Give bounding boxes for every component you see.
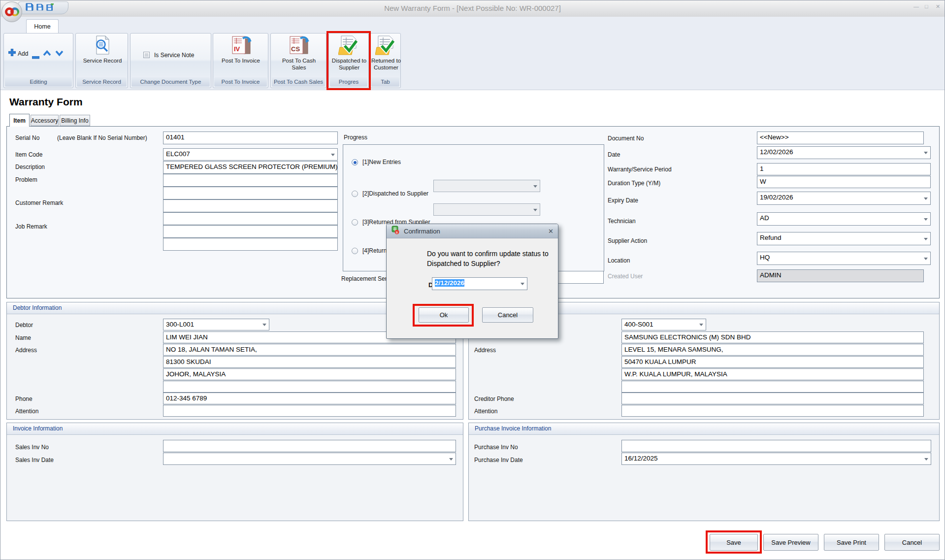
dispatched-to-supplier-button[interactable]: Dispatched to Supplier bbox=[330, 57, 368, 71]
progress-title: Progress bbox=[344, 134, 367, 141]
post-to-cash-sales-button[interactable]: Post To Cash Sales bbox=[279, 57, 319, 71]
chevron-down-icon[interactable] bbox=[924, 258, 928, 260]
technician-combo[interactable]: AD bbox=[757, 212, 931, 226]
chevron-down-icon[interactable] bbox=[331, 154, 335, 156]
tab-accessory[interactable]: Accessory bbox=[31, 115, 59, 126]
save-button[interactable]: Save bbox=[710, 534, 758, 551]
dialog-close-icon[interactable]: ✕ bbox=[548, 228, 554, 235]
job-remark-input-1[interactable] bbox=[163, 225, 338, 238]
serial-no-input[interactable]: 01401 bbox=[163, 132, 338, 144]
save-preview-button[interactable]: Save Preview bbox=[763, 534, 818, 551]
move-down-icon[interactable] bbox=[55, 50, 64, 59]
debtor-address-input-4[interactable] bbox=[163, 381, 456, 393]
creditor-address-input-2[interactable]: 50470 KUALA LUMPUR bbox=[621, 356, 924, 368]
problem-input-1[interactable] bbox=[163, 174, 338, 187]
radio-dispatched-to-supplier[interactable] bbox=[352, 191, 358, 197]
supplier-action-value: Refund bbox=[760, 234, 782, 241]
chevron-down-icon[interactable] bbox=[924, 458, 928, 461]
creditor-name-input[interactable]: SAMSUNG ELECTRONICS (M) SDN BHD bbox=[621, 331, 924, 343]
date-combo[interactable]: 12/02/2026 bbox=[757, 146, 931, 159]
service-record-button[interactable]: Service Record bbox=[83, 57, 122, 64]
debtor-address-label: Address bbox=[15, 347, 37, 354]
customer-remark-input-2[interactable] bbox=[163, 212, 338, 225]
dialog-date-combo[interactable]: 2/12/2026 bbox=[432, 277, 527, 290]
description-input[interactable]: TEMPERED GLASS SCREEN PROTECTOR (PREMIUM… bbox=[163, 161, 338, 174]
chevron-down-icon[interactable] bbox=[924, 238, 928, 240]
move-up-icon[interactable] bbox=[42, 50, 52, 59]
debtor-phone-input[interactable]: 012-345 6789 bbox=[163, 393, 456, 404]
add-icon[interactable] bbox=[8, 49, 16, 58]
creditor-phone-label: Creditor Phone bbox=[474, 395, 514, 402]
creditor-address-input-1[interactable]: LEVEL 15, MENARA SAMSUNG, bbox=[621, 344, 924, 356]
dispatched-supplier-combo[interactable] bbox=[433, 180, 540, 192]
chevron-down-icon[interactable] bbox=[699, 324, 703, 326]
customer-remark-label: Customer Remark bbox=[15, 199, 63, 206]
tab-billing-info[interactable]: Billing Info bbox=[60, 115, 90, 126]
debtor-combo[interactable]: 300-L001 bbox=[163, 319, 269, 330]
debtor-address-input-1[interactable]: NO 18, JALAN TAMAN SETIA, bbox=[163, 344, 456, 356]
remove-icon[interactable] bbox=[32, 52, 39, 61]
post-to-cash-sales-icon: CS bbox=[288, 35, 310, 58]
tab-home[interactable]: Home bbox=[26, 19, 59, 33]
add-button[interactable]: Add bbox=[18, 50, 28, 57]
item-code-combo[interactable]: ELC007 bbox=[163, 148, 338, 161]
technician-label: Technician bbox=[608, 218, 636, 225]
purchase-inv-no-input[interactable] bbox=[621, 440, 931, 452]
group-caption-tab: Tab bbox=[371, 77, 399, 87]
chevron-down-icon[interactable] bbox=[924, 152, 928, 154]
dialog-title: Confirmation bbox=[404, 228, 440, 235]
ribbon-group-post-to-cash-sales[interactable]: CS Post To Cash Sales Post To Cash Sales bbox=[270, 33, 326, 88]
dialog-cancel-button[interactable]: Cancel bbox=[482, 307, 533, 323]
chevron-down-icon[interactable] bbox=[924, 218, 928, 221]
creditor-phone-input[interactable] bbox=[621, 393, 924, 404]
expiry-date-combo[interactable]: 19/02/2026 bbox=[757, 192, 931, 205]
ribbon-group-service-record[interactable]: Service Record Service Record bbox=[75, 33, 128, 88]
chevron-down-icon[interactable] bbox=[533, 185, 537, 188]
save-print-button[interactable]: Save Print bbox=[824, 534, 879, 551]
is-service-note-checkbox[interactable] bbox=[143, 52, 150, 58]
purchase-inv-date-combo[interactable]: 16/12/2025 bbox=[621, 453, 931, 465]
returned-to-customer-button[interactable]: Returned to Customer bbox=[367, 57, 405, 71]
document-no-input[interactable]: <<New>> bbox=[757, 132, 924, 144]
group-caption-change-document-type: Change Document Type bbox=[131, 77, 210, 87]
duration-type-input[interactable]: W bbox=[757, 176, 931, 188]
problem-input-2[interactable] bbox=[163, 187, 338, 199]
chevron-down-icon[interactable] bbox=[924, 198, 928, 200]
supplier-action-combo[interactable]: Refund bbox=[757, 232, 931, 245]
creditor-attention-input[interactable] bbox=[621, 405, 924, 417]
dialog-message: Do you want to confirm update status to … bbox=[427, 249, 563, 268]
debtor-address-input-3[interactable]: JOHOR, MALAYSIA bbox=[163, 368, 456, 380]
dialog-ok-button[interactable]: Ok bbox=[419, 307, 469, 323]
radio-new-entries[interactable] bbox=[352, 159, 358, 165]
minimize-icon[interactable]: — bbox=[913, 3, 919, 9]
warranty-period-input[interactable]: 1 bbox=[757, 163, 931, 175]
ribbon-group-tab[interactable]: Returned to Customer Tab bbox=[370, 33, 401, 88]
customer-remark-input-1[interactable] bbox=[163, 199, 338, 212]
chevron-down-icon[interactable] bbox=[533, 209, 537, 211]
close-icon[interactable]: ✕ bbox=[936, 3, 940, 10]
sales-inv-no-input[interactable] bbox=[163, 440, 456, 452]
maximize-icon[interactable]: □ bbox=[925, 3, 928, 9]
creditor-address-input-3[interactable]: W.P. KUALA LUMPUR, MALAYSIA bbox=[621, 368, 924, 380]
post-to-invoice-button[interactable]: Post To Invoice bbox=[221, 57, 261, 64]
debtor-attention-input[interactable] bbox=[163, 405, 456, 417]
creditor-address-input-4[interactable] bbox=[621, 381, 924, 393]
ribbon-group-change-document-type: Is Service Note Change Document Type bbox=[130, 33, 211, 88]
chevron-down-icon[interactable] bbox=[449, 458, 453, 461]
sales-inv-date-combo[interactable] bbox=[163, 453, 456, 465]
page-title: Warranty Form bbox=[9, 96, 83, 108]
tab-item[interactable]: Item bbox=[9, 114, 30, 127]
location-combo[interactable]: HQ bbox=[757, 252, 931, 265]
chevron-down-icon[interactable] bbox=[262, 324, 266, 326]
returned-supplier-combo[interactable] bbox=[433, 203, 540, 216]
cancel-button[interactable]: Cancel bbox=[884, 534, 940, 551]
debtor-phone-label: Phone bbox=[15, 395, 33, 402]
chevron-down-icon[interactable] bbox=[521, 283, 524, 285]
creditor-combo[interactable]: 400-S001 bbox=[621, 319, 706, 330]
debtor-address-input-2[interactable]: 81300 SKUDAI bbox=[163, 356, 456, 368]
radio-returned-from-supplier[interactable] bbox=[352, 219, 358, 226]
ribbon-group-progress[interactable]: Dispatched to Supplier Progres bbox=[328, 33, 369, 88]
job-remark-input-2[interactable] bbox=[163, 238, 338, 251]
radio-returned-to-customer[interactable] bbox=[352, 248, 358, 254]
ribbon-group-post-to-invoice[interactable]: IV Post To Invoice Post To Invoice bbox=[213, 33, 268, 88]
